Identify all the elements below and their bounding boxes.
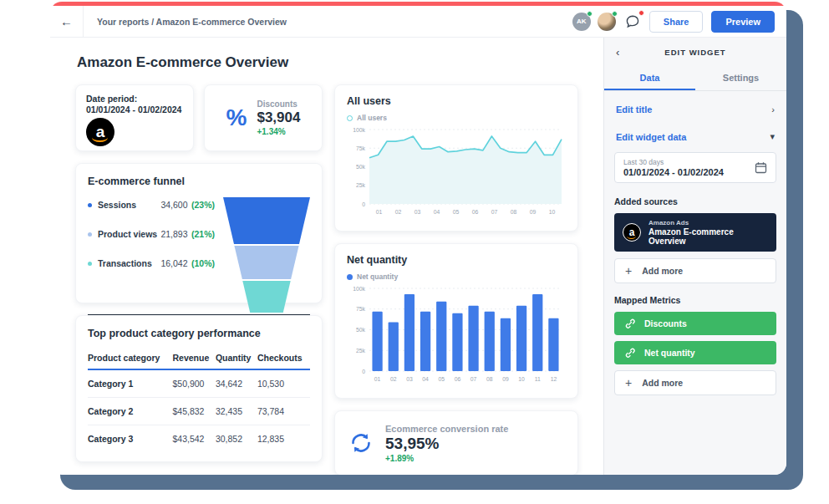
link-icon (624, 318, 636, 329)
percent-icon: % (226, 104, 247, 131)
svg-text:11: 11 (535, 376, 541, 382)
amazon-logo-icon: a (86, 118, 114, 146)
top-navbar: ← Your reports / Amazon E-commerce Overv… (50, 6, 786, 38)
table-header-cell: Quantity (216, 348, 257, 369)
panel-back-chevron-icon[interactable]: ‹ (616, 46, 619, 59)
add-metric-button[interactable]: + Add more (614, 370, 776, 395)
date-period-card[interactable]: Date period: 01/01/2024 - 01/02/2024 a (75, 84, 194, 151)
discounts-value: $3,904 (257, 109, 300, 126)
chat-bubble-icon (624, 13, 641, 30)
svg-text:08: 08 (486, 376, 493, 382)
table-cell: Category 1 (88, 369, 172, 398)
svg-text:07: 07 (470, 376, 477, 382)
table-cell: $43,542 (172, 425, 215, 453)
svg-text:06: 06 (455, 376, 461, 382)
table-header-cell: Revenue (172, 348, 215, 369)
metric-label: Sessions (98, 200, 160, 210)
funnel-segment-product-views (223, 246, 310, 279)
plus-icon: + (625, 379, 632, 387)
online-status-dot (587, 11, 593, 17)
table-cell: 34,642 (216, 369, 257, 398)
category-performance-card[interactable]: Top product category performance Product… (75, 315, 323, 462)
table-header-cell: Checkouts (257, 348, 310, 369)
metric-label: Product views (98, 229, 160, 239)
share-button[interactable]: Share (649, 11, 704, 33)
legend-label: Net quantity (357, 272, 398, 281)
svg-text:75k: 75k (356, 145, 366, 151)
metric-value: 34,600 (160, 200, 187, 210)
edit-widget-panel: ‹ EDIT WIDGET Data Settings Edit title ›… (603, 38, 786, 475)
conversion-rate-card[interactable]: Ecommerce conversion rate 53,95% +1.89% (334, 410, 578, 475)
svg-text:03: 03 (406, 376, 413, 382)
metric-dot-icon (88, 262, 92, 266)
table-row: Category 2$45,83232,43573,784 (88, 398, 310, 425)
mapped-metric-net-quantity[interactable]: Net quantity (614, 341, 776, 364)
net-quantity-bar-chart: 025k50k75k100k010203040506070809101112 (347, 283, 566, 388)
svg-text:75k: 75k (356, 306, 366, 312)
discounts-label: Discounts (257, 99, 300, 109)
report-editor-window: ← Your reports / Amazon E-commerce Overv… (50, 2, 786, 475)
tab-settings[interactable]: Settings (695, 66, 786, 90)
add-source-button[interactable]: + Add more (614, 258, 776, 283)
table-cell: 32,435 (216, 398, 257, 425)
svg-text:06: 06 (472, 209, 479, 215)
funnel-segment-sessions (223, 197, 310, 244)
all-users-area-chart: 025k50k75k100k01020304050607080910 (347, 124, 566, 221)
avatar-initials-text: AK (577, 18, 587, 25)
panel-title: EDIT WIDGET (664, 48, 725, 57)
funnel-metric-row: Sessions34,600 (23%) (88, 197, 215, 212)
funnel-chart (223, 197, 310, 313)
svg-text:08: 08 (511, 209, 517, 215)
all-users-title: All users (347, 95, 566, 107)
mapped-metric-discounts[interactable]: Discounts (614, 312, 776, 335)
svg-text:01: 01 (374, 376, 381, 382)
svg-text:04: 04 (422, 376, 429, 382)
svg-text:100k: 100k (353, 127, 365, 133)
tab-data[interactable]: Data (604, 66, 695, 90)
user-avatar-initials[interactable]: AK (572, 13, 591, 31)
svg-text:02: 02 (395, 209, 402, 215)
amazon-logo-icon: a (623, 223, 641, 242)
metric-name: Discounts (644, 318, 687, 328)
ecommerce-funnel-card[interactable]: E-commerce funnel Sessions34,600 (23%)Pr… (75, 163, 323, 303)
date-period-label: Date period: (86, 94, 183, 104)
svg-text:10: 10 (549, 209, 556, 215)
comments-button[interactable] (623, 12, 643, 32)
source-card-amazon[interactable]: a Amazon Ads Amazon E-commerce Overview (614, 213, 776, 252)
edit-widget-data-row[interactable]: Edit widget data ▾ (614, 123, 776, 150)
calendar-icon (755, 161, 767, 174)
edit-title-row[interactable]: Edit title › (614, 96, 776, 123)
metric-value: 16,042 (160, 258, 187, 268)
legend-marker-icon (347, 115, 353, 121)
svg-text:02: 02 (390, 376, 397, 382)
svg-text:09: 09 (502, 376, 509, 382)
svg-text:0: 0 (362, 201, 365, 207)
report-canvas: Amazon E-commerce Overview Date period: … (50, 38, 603, 475)
date-range-picker[interactable]: Last 30 days 01/01/2024 - 01/02/2024 (614, 152, 776, 183)
table-header-cell: Product category (88, 348, 172, 369)
table-cell: $50,900 (172, 369, 215, 398)
table-cell: 73,784 (257, 398, 310, 425)
user-avatar-photo[interactable] (598, 13, 616, 31)
all-users-chart-card[interactable]: All users All users 025k50k75k100k010203… (334, 84, 578, 232)
table-cell: $45,832 (172, 398, 215, 425)
page-title: Amazon E-commerce Overview (77, 54, 592, 71)
legend-marker-icon (347, 274, 353, 280)
preview-button[interactable]: Preview (711, 11, 775, 33)
conversion-change: +1.89% (385, 454, 508, 463)
metric-percent: (10%) (191, 258, 215, 268)
funnel-metric-row: Transactions16,042 (10%) (88, 256, 215, 271)
back-button[interactable]: ← (50, 6, 84, 37)
date-range-preset: Last 30 days (623, 158, 724, 166)
net-quantity-chart-card[interactable]: Net quantity Net quantity 025k50k75k100k… (334, 243, 578, 399)
svg-text:25k: 25k (356, 348, 366, 354)
metric-dot-icon (88, 232, 92, 237)
source-name: Amazon E-commerce Overview (648, 227, 768, 246)
add-more-label: Add more (642, 266, 683, 276)
metric-name: Net quantity (644, 348, 695, 358)
discounts-kpi-card[interactable]: % Discounts $3,904 +1.34% (204, 84, 323, 151)
svg-text:05: 05 (438, 376, 445, 382)
svg-text:07: 07 (491, 209, 498, 215)
edit-title-label: Edit title (616, 104, 652, 115)
date-range-value: 01/01/2024 - 01/02/2024 (623, 167, 724, 177)
